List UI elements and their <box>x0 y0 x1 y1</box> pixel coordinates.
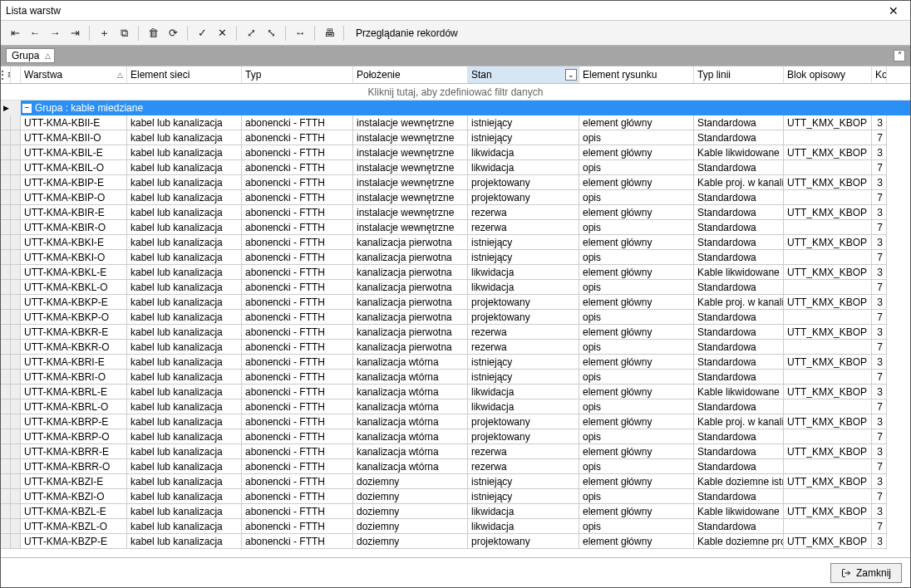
table-row[interactable]: UTT-KMA-KBKL-Ekabel lub kanalizacjaabone… <box>1 265 910 280</box>
table-row[interactable]: UTT-KMA-KBRP-Okabel lub kanalizacjaabone… <box>1 429 910 444</box>
grouppanel-expand-button[interactable]: ˄ <box>894 50 905 61</box>
cell-blok-opisowy: UTT_KMX_KBOP <box>784 474 872 489</box>
cell-typ: abonencki - FTTH <box>242 399 353 414</box>
cell-typ-linii: Kable likwidowane <box>694 504 784 519</box>
cell-blok-opisowy: UTT_KMX_KBOP <box>784 355 872 370</box>
data-rows-viewport[interactable]: UTT-KMA-KBII-Ekabel lub kanalizacjaabone… <box>1 115 910 557</box>
cell-stan: projektowany <box>468 414 579 429</box>
cell-polozenie: instalacje wewnętrzne <box>353 205 468 220</box>
col-warstwa[interactable]: Warstwa <box>21 66 127 83</box>
table-row[interactable]: UTT-KMA-KBZL-Ekabel lub kanalizacjaabone… <box>1 504 910 519</box>
chevron-down-icon[interactable]: ⌄ <box>565 69 577 81</box>
cell-polozenie: instalacje wewnętrzne <box>353 175 468 190</box>
nav-next-icon[interactable]: → <box>46 24 64 42</box>
table-row[interactable]: UTT-KMA-KBIR-Ekabel lub kanalizacjaabone… <box>1 205 910 220</box>
nav-first-icon[interactable]: ⇤ <box>6 24 24 42</box>
table-row[interactable]: UTT-KMA-KBKP-Ekabel lub kanalizacjaabone… <box>1 295 910 310</box>
cell-element-sieci: kabel lub kanalizacja <box>127 310 242 325</box>
close-button[interactable]: Zamknij <box>830 563 902 583</box>
nav-last-icon[interactable]: ⇥ <box>66 24 84 42</box>
window-title: Lista warstw <box>6 5 882 17</box>
cell-element-rysunku: element główny <box>579 175 694 190</box>
table-row[interactable]: UTT-KMA-KBRL-Ekabel lub kanalizacjaabone… <box>1 385 910 399</box>
col-stan[interactable]: Stan ⌄ <box>468 66 579 83</box>
cell-typ-linii: Kable proj. w kanalizacji <box>694 175 784 190</box>
collapse-icon[interactable]: ⤡ <box>262 24 280 42</box>
table-row[interactable]: UTT-KMA-KBIR-Okabel lub kanalizacjaabone… <box>1 220 910 235</box>
cell-typ-linii: Standardowa <box>694 205 784 220</box>
cell-polozenie: kanalizacja wtórna <box>353 429 468 444</box>
cell-stan: istniejący <box>468 355 579 370</box>
separator <box>89 26 90 41</box>
cell-stan: likwidacja <box>468 519 579 534</box>
table-row[interactable]: UTT-KMA-KBZL-Okabel lub kanalizacjaabone… <box>1 519 910 534</box>
col-typ-linii[interactable]: Typ linii <box>694 66 784 83</box>
row-indicator <box>1 340 11 355</box>
cell-stan: likwidacja <box>468 385 579 399</box>
window-close-button[interactable]: ✕ <box>882 2 905 19</box>
table-row[interactable]: UTT-KMA-KBRR-Okabel lub kanalizacjaabone… <box>1 459 910 474</box>
table-row[interactable]: UTT-KMA-KBRI-Ekabel lub kanalizacjaabone… <box>1 355 910 370</box>
row-indent <box>11 295 21 310</box>
table-row[interactable]: UTT-KMA-KBKR-Okabel lub kanalizacjaabone… <box>1 340 910 355</box>
table-row[interactable]: UTT-KMA-KBKP-Okabel lub kanalizacjaabone… <box>1 310 910 325</box>
col-kolo[interactable]: Kolo <box>872 66 887 83</box>
accept-icon[interactable]: ✓ <box>193 24 211 42</box>
cell-polozenie: kanalizacja wtórna <box>353 355 468 370</box>
table-row[interactable]: UTT-KMA-KBRL-Okabel lub kanalizacjaabone… <box>1 399 910 414</box>
table-row[interactable]: UTT-KMA-KBIL-Okabel lub kanalizacjaabone… <box>1 160 910 175</box>
fit-icon[interactable]: ↔ <box>291 24 309 42</box>
cell-blok-opisowy <box>784 130 872 145</box>
row-indicator <box>1 414 11 429</box>
cell-typ-linii: Standardowa <box>694 190 784 205</box>
col-blok-opisowy[interactable]: Blok opisowy <box>784 66 872 83</box>
table-row[interactable]: UTT-KMA-KBII-Okabel lub kanalizacjaabone… <box>1 130 910 145</box>
table-row[interactable]: UTT-KMA-KBRI-Okabel lub kanalizacjaabone… <box>1 370 910 385</box>
col-element-rysunku[interactable]: Element rysunku <box>579 66 694 83</box>
row-indent <box>11 220 21 235</box>
col-polozenie[interactable]: Położenie <box>353 66 468 83</box>
table-row[interactable]: UTT-KMA-KBIL-Ekabel lub kanalizacjaabone… <box>1 145 910 160</box>
group-panel[interactable]: Grupa ˄ <box>1 46 910 66</box>
group-row[interactable]: ▶ − Grupa : kable miedziane <box>1 100 910 115</box>
cell-typ: abonencki - FTTH <box>242 459 353 474</box>
col-typ[interactable]: Typ <box>242 66 353 83</box>
row-indicator <box>1 355 11 370</box>
table-row[interactable]: UTT-KMA-KBRR-Ekabel lub kanalizacjaabone… <box>1 444 910 459</box>
table-row[interactable]: UTT-KMA-KBKL-Okabel lub kanalizacjaabone… <box>1 280 910 295</box>
cell-stan: projektowany <box>468 534 579 549</box>
indicator-column[interactable]: ⋮≡ <box>1 66 11 83</box>
table-row[interactable]: UTT-KMA-KBIP-Ekabel lub kanalizacjaabone… <box>1 175 910 190</box>
titlebar[interactable]: Lista warstw ✕ <box>1 1 910 21</box>
cell-typ: abonencki - FTTH <box>242 205 353 220</box>
group-chip[interactable]: Grupa <box>6 48 55 63</box>
table-row[interactable]: UTT-KMA-KBIP-Okabel lub kanalizacjaabone… <box>1 190 910 205</box>
row-indent <box>11 280 21 295</box>
table-row[interactable]: UTT-KMA-KBII-Ekabel lub kanalizacjaabone… <box>1 115 910 130</box>
table-row[interactable]: UTT-KMA-KBKR-Ekabel lub kanalizacjaabone… <box>1 325 910 340</box>
filter-row[interactable]: Kliknij tutaj, aby zdefiniować filtr dan… <box>1 84 910 100</box>
print-icon[interactable]: 🖶 <box>320 24 338 42</box>
add-icon[interactable]: ＋ <box>95 24 113 42</box>
table-row[interactable]: UTT-KMA-KBZI-Okabel lub kanalizacjaabone… <box>1 489 910 504</box>
cell-typ-linii: Standardowa <box>694 310 784 325</box>
nav-prev-icon[interactable]: ← <box>26 24 44 42</box>
table-row[interactable]: UTT-KMA-KBZP-Ekabel lub kanalizacjaabone… <box>1 534 910 549</box>
table-row[interactable]: UTT-KMA-KBRP-Ekabel lub kanalizacjaabone… <box>1 414 910 429</box>
copy-icon[interactable]: ⧉ <box>115 24 133 42</box>
cell-warstwa: UTT-KMA-KBIR-E <box>21 205 127 220</box>
delete-icon[interactable]: 🗑 <box>144 24 162 42</box>
table-row[interactable]: UTT-KMA-KBKI-Ekabel lub kanalizacjaabone… <box>1 235 910 250</box>
table-row[interactable]: UTT-KMA-KBZI-Ekabel lub kanalizacjaabone… <box>1 474 910 489</box>
cell-element-rysunku: opis <box>579 370 694 385</box>
refresh-icon[interactable]: ⟳ <box>164 24 182 42</box>
expand-icon[interactable]: ⤢ <box>242 24 260 42</box>
group-collapse-toggle[interactable]: − <box>22 104 32 113</box>
cell-warstwa: UTT-KMA-KBKI-O <box>21 250 127 265</box>
cancel-icon[interactable]: ✕ <box>213 24 231 42</box>
row-indicator <box>1 474 11 489</box>
cell-typ-linii: Standardowa <box>694 370 784 385</box>
col-element-sieci[interactable]: Element sieci <box>127 66 242 83</box>
cell-element-rysunku: element główny <box>579 265 694 280</box>
table-row[interactable]: UTT-KMA-KBKI-Okabel lub kanalizacjaabone… <box>1 250 910 265</box>
